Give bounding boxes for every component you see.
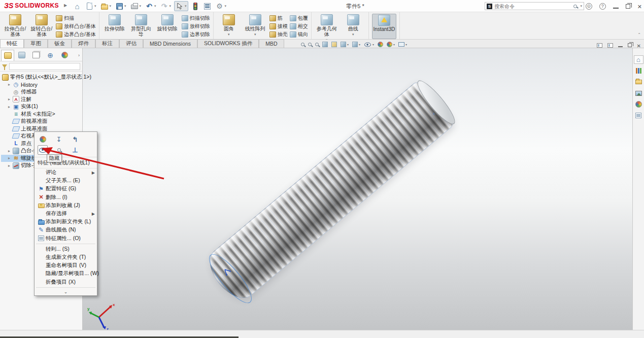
expander-icon[interactable]: ▸	[7, 82, 11, 87]
search-input[interactable]	[494, 4, 571, 9]
dynamic-reference-button[interactable]	[54, 134, 64, 144]
file-explorer-button[interactable]	[634, 78, 643, 86]
save-caret-icon[interactable]: ▾	[124, 4, 126, 8]
lofted-boss-button[interactable]: 放样凸台/基体	[56, 23, 96, 30]
tab-sketch[interactable]: 草图	[24, 39, 48, 48]
tree-item-front-plane[interactable]: 前视基准面	[1, 118, 82, 125]
user-account-icon[interactable]: ⊙	[586, 3, 592, 10]
doc-close-button[interactable]	[637, 41, 641, 50]
design-library-button[interactable]	[634, 66, 643, 75]
fillet-caret-icon[interactable]: ▾	[217, 32, 241, 37]
tree-item-history[interactable]: ▸History	[1, 81, 82, 89]
hide-button[interactable]	[38, 145, 48, 155]
ribbon-collapse-chevron-icon[interactable]: ⌃	[637, 32, 641, 37]
view-settings-caret-icon[interactable]: ▾	[405, 43, 407, 46]
hole-wizard-button[interactable]: 异型孔向导▾	[129, 14, 153, 42]
settings-button[interactable]: ▾	[215, 1, 228, 11]
swept-boss-button[interactable]: 扫描	[56, 15, 96, 22]
mirror-button[interactable]: 镜向	[290, 31, 308, 38]
display-style-button[interactable]: ▾	[352, 42, 360, 47]
tree-root[interactable]: 零件5 (默认<<默认>_显示状态 1>)	[1, 74, 82, 81]
menu-item-collapse-items[interactable]: 折叠项目 (X)	[35, 278, 97, 286]
tree-item-solid-bodies[interactable]: ▸实体(1)	[1, 103, 82, 111]
lofted-cut-button[interactable]: 放样切除	[182, 23, 210, 30]
open-caret-icon[interactable]: ▾	[110, 4, 112, 8]
print-button[interactable]: ▾	[129, 1, 143, 11]
expander-icon[interactable]: ▸	[7, 156, 11, 160]
menu-item-curve-color[interactable]: 曲线颜色 (N)	[35, 226, 97, 234]
tree-item-sensors[interactable]: 传感器	[1, 88, 82, 96]
redo-caret-icon[interactable]: ▾	[170, 4, 172, 8]
minimize-button[interactable]	[613, 8, 619, 9]
panel-flyout-arrow-icon[interactable]: ›	[78, 53, 81, 58]
new-document-button[interactable]: ▾	[84, 1, 97, 11]
menu-item-configure-feature[interactable]: 配置特征 (G)	[35, 185, 97, 193]
shell-button[interactable]: 抽壳	[269, 31, 288, 38]
menu-item-delete[interactable]: 删除... (I)	[35, 193, 97, 201]
rebuild-button[interactable]	[190, 1, 200, 11]
menu-item-save-selection[interactable]: 保存选择▶	[35, 210, 97, 218]
edit-appearance-button[interactable]	[378, 42, 383, 47]
view-settings-button[interactable]: ▾	[398, 42, 407, 47]
sketch-markup-button[interactable]	[331, 42, 337, 47]
tab-addins[interactable]: SOLIDWORKS 插件	[197, 39, 259, 48]
instant3d-button[interactable]: Instant3D	[372, 14, 396, 39]
save-button[interactable]: ▾	[114, 1, 127, 11]
menu-item-add-to-new-folder[interactable]: 添加到新文件夹 (L)	[35, 218, 97, 226]
undo-caret-icon[interactable]: ▾	[154, 4, 156, 8]
threaded-rod-model[interactable]	[201, 79, 456, 306]
boundary-cut-button[interactable]: 边界切除	[182, 31, 210, 38]
rib-button[interactable]: 筋	[269, 15, 288, 22]
tab-features[interactable]: 特征	[0, 39, 24, 48]
filter-input[interactable]	[9, 63, 80, 70]
edit-appearance-button[interactable]	[38, 134, 48, 144]
undo-button[interactable]: ▾	[144, 1, 157, 11]
select-caret-icon[interactable]: ▾	[185, 4, 187, 8]
wrap-button[interactable]: 包覆	[290, 15, 308, 22]
curves-button[interactable]: 曲线▾	[341, 14, 365, 37]
view-orientation-button[interactable]: ▾	[341, 42, 349, 47]
fillet-button[interactable]: 圆角▾	[217, 14, 241, 37]
options-list-button[interactable]	[202, 1, 213, 11]
tab-dimxpertmanager[interactable]	[44, 50, 57, 61]
reference-geometry-button[interactable]: 参考几何体▾	[315, 14, 339, 42]
menu-item-parent-child[interactable]: 父子关系... (E)	[35, 177, 97, 185]
settings-caret-icon[interactable]: ▾	[225, 4, 227, 8]
view-palette-button[interactable]	[634, 89, 643, 97]
tab-displaymanager[interactable]	[58, 50, 71, 61]
extruded-cut-button[interactable]: 拉伸切除	[103, 14, 127, 31]
print-caret-icon[interactable]: ▾	[140, 4, 142, 8]
pane-right-icon[interactable]	[607, 43, 613, 48]
revolved-cut-button[interactable]: 旋转切除	[155, 14, 180, 31]
intersect-button[interactable]: 相交	[290, 23, 308, 30]
tab-markup[interactable]: 标注	[95, 39, 119, 48]
search-caret-icon[interactable]: ▾	[580, 4, 582, 8]
linear-pattern-button[interactable]: 线性阵列▾	[243, 14, 267, 37]
apply-scene-caret-icon[interactable]: ▾	[393, 43, 395, 46]
filter-funnel-icon[interactable]	[2, 64, 7, 68]
extruded-boss-button[interactable]: 拉伸凸台/基体	[3, 14, 27, 37]
tab-mbd[interactable]: MBD	[259, 39, 284, 48]
appearances-button[interactable]	[634, 100, 643, 109]
search-icon[interactable]	[573, 5, 577, 8]
hide-show-items-button[interactable]: ▾	[364, 42, 374, 47]
select-button[interactable]: ▾	[174, 1, 188, 11]
graphics-viewport[interactable]: + x y z	[83, 48, 632, 330]
home-button[interactable]	[72, 1, 82, 11]
previous-view-button[interactable]	[315, 43, 319, 46]
restore-down-button[interactable]	[626, 4, 630, 9]
hide-show-caret-icon[interactable]: ▾	[372, 43, 374, 46]
menu-item-feature-properties[interactable]: 特征属性... (O)	[35, 234, 97, 243]
curves-caret-icon[interactable]: ▾	[341, 32, 365, 37]
tree-item-annotations[interactable]: ▸A注解	[1, 96, 82, 104]
expander-icon[interactable]: ▸	[7, 149, 11, 153]
custom-properties-button[interactable]	[634, 111, 643, 120]
tab-configurationmanager[interactable]	[29, 50, 43, 61]
open-document-button[interactable]: ▾	[99, 1, 113, 11]
tab-sheet-metal[interactable]: 钣金	[48, 39, 72, 48]
menu-item-create-new-folder[interactable]: 生成新文件夹 (T)	[35, 253, 97, 261]
display-style-caret-icon[interactable]: ▾	[359, 43, 360, 46]
rollback-button[interactable]	[70, 134, 80, 144]
tab-propertymanager[interactable]	[15, 50, 28, 61]
menu-expand-chevron-icon[interactable]	[35, 289, 97, 295]
